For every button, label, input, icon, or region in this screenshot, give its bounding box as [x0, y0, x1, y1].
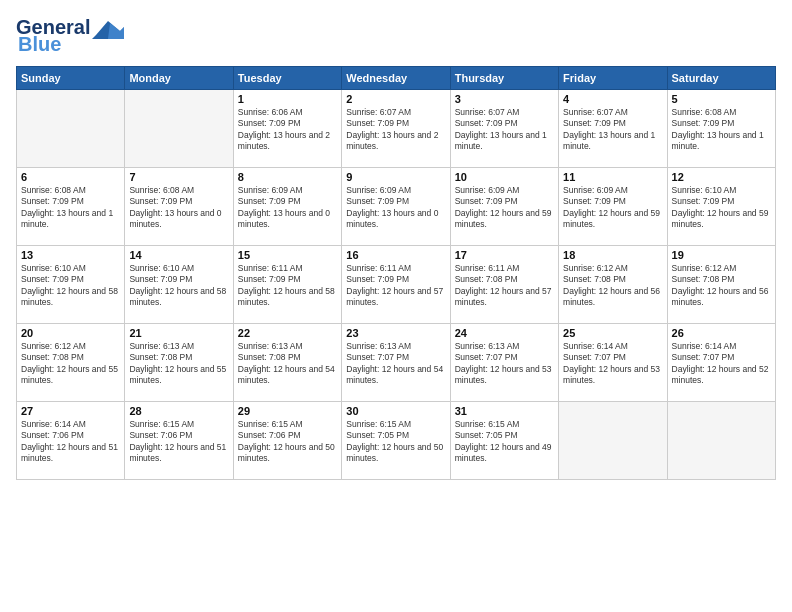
calendar-cell: 9Sunrise: 6:09 AM Sunset: 7:09 PM Daylig… — [342, 168, 450, 246]
calendar-cell: 6Sunrise: 6:08 AM Sunset: 7:09 PM Daylig… — [17, 168, 125, 246]
day-number: 20 — [21, 327, 120, 339]
day-number: 26 — [672, 327, 771, 339]
calendar-cell: 22Sunrise: 6:13 AM Sunset: 7:08 PM Dayli… — [233, 324, 341, 402]
calendar-cell: 19Sunrise: 6:12 AM Sunset: 7:08 PM Dayli… — [667, 246, 775, 324]
calendar-cell: 15Sunrise: 6:11 AM Sunset: 7:09 PM Dayli… — [233, 246, 341, 324]
calendar-cell: 12Sunrise: 6:10 AM Sunset: 7:09 PM Dayli… — [667, 168, 775, 246]
day-info: Sunrise: 6:12 AM Sunset: 7:08 PM Dayligh… — [563, 263, 662, 309]
calendar-cell: 30Sunrise: 6:15 AM Sunset: 7:05 PM Dayli… — [342, 402, 450, 480]
day-info: Sunrise: 6:14 AM Sunset: 7:06 PM Dayligh… — [21, 419, 120, 465]
day-info: Sunrise: 6:09 AM Sunset: 7:09 PM Dayligh… — [455, 185, 554, 231]
day-number: 5 — [672, 93, 771, 105]
calendar-cell: 24Sunrise: 6:13 AM Sunset: 7:07 PM Dayli… — [450, 324, 558, 402]
calendar-cell: 31Sunrise: 6:15 AM Sunset: 7:05 PM Dayli… — [450, 402, 558, 480]
logo-icon — [92, 17, 124, 39]
day-number: 6 — [21, 171, 120, 183]
day-info: Sunrise: 6:12 AM Sunset: 7:08 PM Dayligh… — [672, 263, 771, 309]
calendar-cell: 26Sunrise: 6:14 AM Sunset: 7:07 PM Dayli… — [667, 324, 775, 402]
day-number: 2 — [346, 93, 445, 105]
week-row-5: 27Sunrise: 6:14 AM Sunset: 7:06 PM Dayli… — [17, 402, 776, 480]
day-number: 13 — [21, 249, 120, 261]
day-info: Sunrise: 6:07 AM Sunset: 7:09 PM Dayligh… — [455, 107, 554, 153]
day-number: 12 — [672, 171, 771, 183]
day-number: 29 — [238, 405, 337, 417]
calendar-header-sunday: Sunday — [17, 67, 125, 90]
calendar-cell: 29Sunrise: 6:15 AM Sunset: 7:06 PM Dayli… — [233, 402, 341, 480]
week-row-1: 1Sunrise: 6:06 AM Sunset: 7:09 PM Daylig… — [17, 90, 776, 168]
calendar-cell: 11Sunrise: 6:09 AM Sunset: 7:09 PM Dayli… — [559, 168, 667, 246]
logo: General Blue — [16, 16, 124, 56]
day-info: Sunrise: 6:15 AM Sunset: 7:06 PM Dayligh… — [129, 419, 228, 465]
day-info: Sunrise: 6:07 AM Sunset: 7:09 PM Dayligh… — [346, 107, 445, 153]
day-number: 9 — [346, 171, 445, 183]
day-info: Sunrise: 6:11 AM Sunset: 7:09 PM Dayligh… — [238, 263, 337, 309]
day-info: Sunrise: 6:13 AM Sunset: 7:07 PM Dayligh… — [455, 341, 554, 387]
calendar-cell: 13Sunrise: 6:10 AM Sunset: 7:09 PM Dayli… — [17, 246, 125, 324]
day-info: Sunrise: 6:09 AM Sunset: 7:09 PM Dayligh… — [238, 185, 337, 231]
day-number: 15 — [238, 249, 337, 261]
calendar-cell: 23Sunrise: 6:13 AM Sunset: 7:07 PM Dayli… — [342, 324, 450, 402]
calendar-cell — [17, 90, 125, 168]
calendar-cell: 10Sunrise: 6:09 AM Sunset: 7:09 PM Dayli… — [450, 168, 558, 246]
day-number: 10 — [455, 171, 554, 183]
day-info: Sunrise: 6:11 AM Sunset: 7:08 PM Dayligh… — [455, 263, 554, 309]
day-info: Sunrise: 6:13 AM Sunset: 7:08 PM Dayligh… — [129, 341, 228, 387]
day-number: 16 — [346, 249, 445, 261]
calendar-cell: 1Sunrise: 6:06 AM Sunset: 7:09 PM Daylig… — [233, 90, 341, 168]
day-info: Sunrise: 6:10 AM Sunset: 7:09 PM Dayligh… — [21, 263, 120, 309]
calendar-header-tuesday: Tuesday — [233, 67, 341, 90]
svg-marker-1 — [108, 23, 124, 39]
day-number: 28 — [129, 405, 228, 417]
day-info: Sunrise: 6:08 AM Sunset: 7:09 PM Dayligh… — [129, 185, 228, 231]
day-info: Sunrise: 6:13 AM Sunset: 7:08 PM Dayligh… — [238, 341, 337, 387]
calendar-cell: 27Sunrise: 6:14 AM Sunset: 7:06 PM Dayli… — [17, 402, 125, 480]
day-info: Sunrise: 6:09 AM Sunset: 7:09 PM Dayligh… — [563, 185, 662, 231]
calendar-header-monday: Monday — [125, 67, 233, 90]
calendar-cell — [125, 90, 233, 168]
day-number: 27 — [21, 405, 120, 417]
calendar-cell: 7Sunrise: 6:08 AM Sunset: 7:09 PM Daylig… — [125, 168, 233, 246]
calendar-cell — [559, 402, 667, 480]
day-number: 14 — [129, 249, 228, 261]
calendar-cell: 4Sunrise: 6:07 AM Sunset: 7:09 PM Daylig… — [559, 90, 667, 168]
week-row-2: 6Sunrise: 6:08 AM Sunset: 7:09 PM Daylig… — [17, 168, 776, 246]
day-number: 23 — [346, 327, 445, 339]
calendar-cell: 25Sunrise: 6:14 AM Sunset: 7:07 PM Dayli… — [559, 324, 667, 402]
calendar-header-saturday: Saturday — [667, 67, 775, 90]
calendar-cell: 5Sunrise: 6:08 AM Sunset: 7:09 PM Daylig… — [667, 90, 775, 168]
calendar-cell: 14Sunrise: 6:10 AM Sunset: 7:09 PM Dayli… — [125, 246, 233, 324]
day-number: 22 — [238, 327, 337, 339]
day-number: 31 — [455, 405, 554, 417]
calendar-cell: 8Sunrise: 6:09 AM Sunset: 7:09 PM Daylig… — [233, 168, 341, 246]
calendar-header-row: SundayMondayTuesdayWednesdayThursdayFrid… — [17, 67, 776, 90]
day-number: 3 — [455, 93, 554, 105]
day-number: 7 — [129, 171, 228, 183]
calendar-cell: 18Sunrise: 6:12 AM Sunset: 7:08 PM Dayli… — [559, 246, 667, 324]
day-info: Sunrise: 6:13 AM Sunset: 7:07 PM Dayligh… — [346, 341, 445, 387]
day-number: 24 — [455, 327, 554, 339]
calendar-cell: 21Sunrise: 6:13 AM Sunset: 7:08 PM Dayli… — [125, 324, 233, 402]
day-info: Sunrise: 6:12 AM Sunset: 7:08 PM Dayligh… — [21, 341, 120, 387]
day-number: 18 — [563, 249, 662, 261]
day-number: 19 — [672, 249, 771, 261]
day-number: 1 — [238, 93, 337, 105]
calendar-header-thursday: Thursday — [450, 67, 558, 90]
day-info: Sunrise: 6:15 AM Sunset: 7:05 PM Dayligh… — [346, 419, 445, 465]
logo-blue: Blue — [16, 33, 61, 56]
calendar-cell: 2Sunrise: 6:07 AM Sunset: 7:09 PM Daylig… — [342, 90, 450, 168]
day-info: Sunrise: 6:09 AM Sunset: 7:09 PM Dayligh… — [346, 185, 445, 231]
day-info: Sunrise: 6:15 AM Sunset: 7:06 PM Dayligh… — [238, 419, 337, 465]
day-number: 17 — [455, 249, 554, 261]
day-number: 4 — [563, 93, 662, 105]
day-number: 11 — [563, 171, 662, 183]
day-info: Sunrise: 6:07 AM Sunset: 7:09 PM Dayligh… — [563, 107, 662, 153]
calendar-cell: 28Sunrise: 6:15 AM Sunset: 7:06 PM Dayli… — [125, 402, 233, 480]
calendar-cell: 3Sunrise: 6:07 AM Sunset: 7:09 PM Daylig… — [450, 90, 558, 168]
day-info: Sunrise: 6:11 AM Sunset: 7:09 PM Dayligh… — [346, 263, 445, 309]
day-info: Sunrise: 6:06 AM Sunset: 7:09 PM Dayligh… — [238, 107, 337, 153]
day-info: Sunrise: 6:08 AM Sunset: 7:09 PM Dayligh… — [21, 185, 120, 231]
calendar: SundayMondayTuesdayWednesdayThursdayFrid… — [16, 66, 776, 480]
day-number: 8 — [238, 171, 337, 183]
day-info: Sunrise: 6:10 AM Sunset: 7:09 PM Dayligh… — [672, 185, 771, 231]
calendar-cell: 16Sunrise: 6:11 AM Sunset: 7:09 PM Dayli… — [342, 246, 450, 324]
